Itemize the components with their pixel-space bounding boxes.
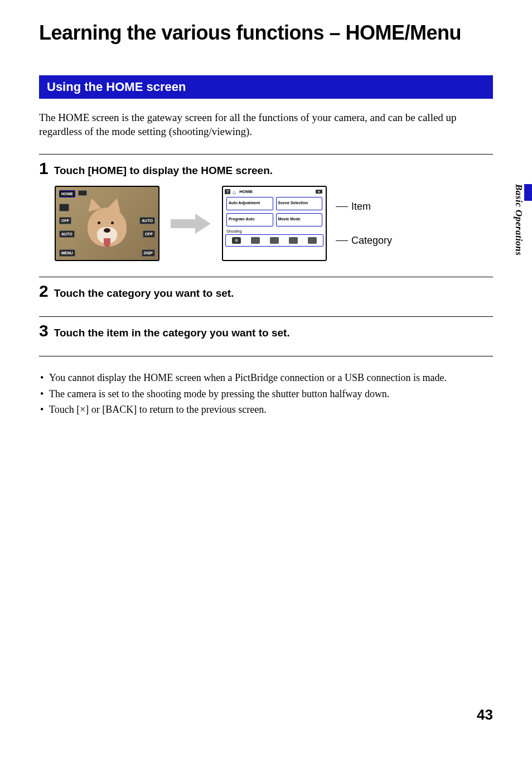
side-tab-marker xyxy=(524,184,532,201)
step-text: Touch the item in the category you want … xyxy=(54,327,290,339)
category-view-icon[interactable] xyxy=(251,237,260,244)
page-number: 43 xyxy=(477,706,493,724)
page-container: Learning the various functions – HOME/Me… xyxy=(0,0,532,757)
home-item-scene-selection[interactable]: Scene Selection xyxy=(276,197,323,210)
step-1: 1 Touch [HOME] to display the HOME scree… xyxy=(39,154,493,261)
camera-auto-indicator[interactable]: AUTO xyxy=(59,230,75,238)
step-number: 1 xyxy=(39,159,49,178)
memory-icon xyxy=(59,204,69,211)
notes-list: You cannot display the HOME screen when … xyxy=(39,371,493,416)
camera-menu-button[interactable]: MENU xyxy=(59,249,75,257)
help-button[interactable]: ? xyxy=(225,189,230,194)
arrow-right-icon xyxy=(171,214,211,234)
step-text: Touch the category you want to set. xyxy=(54,287,234,300)
battery-icon xyxy=(78,190,87,196)
camera-disp-button[interactable]: DISP xyxy=(142,249,155,257)
note-item: The camera is set to the shooting mode b… xyxy=(39,387,493,401)
category-manage-icon[interactable] xyxy=(289,237,298,244)
step-text: Touch [HOME] to display the HOME screen. xyxy=(54,165,273,177)
home-menu-screen: ? HOME × Auto Adjustment Scene Selection… xyxy=(222,186,327,261)
step-3: 3 Touch the item in the category you wan… xyxy=(39,316,493,356)
step-2: 2 Touch the category you want to set. xyxy=(39,277,493,301)
category-print-icon[interactable] xyxy=(270,237,279,244)
step-number: 2 xyxy=(39,282,49,301)
side-tab-label: Basic Operations xyxy=(513,184,524,255)
note-item: You cannot display the HOME screen when … xyxy=(39,371,493,384)
callout-item: Item xyxy=(351,201,371,213)
camera-home-button[interactable]: HOME xyxy=(59,190,75,197)
category-settings-icon[interactable] xyxy=(308,237,317,244)
home-screen-title: HOME xyxy=(239,189,253,194)
camera-flash-indicator[interactable]: AUTO xyxy=(139,217,155,224)
dog-illustration xyxy=(76,199,138,255)
home-category-row xyxy=(225,234,323,247)
intro-paragraph: The HOME screen is the gateway screen fo… xyxy=(39,111,493,138)
step-number: 3 xyxy=(39,321,49,340)
side-tab: Basic Operations xyxy=(518,184,532,279)
callout-category: Category xyxy=(351,235,392,247)
home-item-program-auto[interactable]: Program Auto xyxy=(226,213,273,226)
category-shooting-icon[interactable] xyxy=(232,237,241,244)
step1-diagram: HOME OFF AUTO AUTO OFF MENU DISP ? HOME xyxy=(55,186,493,261)
home-category-label: Shooting xyxy=(223,229,326,233)
camera-preview-screen: HOME OFF AUTO AUTO OFF MENU DISP xyxy=(55,186,159,261)
home-item-auto-adjustment[interactable]: Auto Adjustment xyxy=(226,197,273,210)
section-heading: Using the HOME screen xyxy=(39,75,493,99)
callout-column: Item Category xyxy=(336,201,392,247)
home-item-movie-mode[interactable]: Movie Mode xyxy=(276,213,323,226)
note-item: Touch [×] or [BACK] to return to the pre… xyxy=(39,403,493,416)
home-icon xyxy=(233,186,236,196)
camera-off-indicator[interactable]: OFF xyxy=(59,217,71,224)
close-button[interactable]: × xyxy=(316,190,322,194)
camera-timer-indicator[interactable]: OFF xyxy=(143,230,155,238)
page-title: Learning the various functions – HOME/Me… xyxy=(39,21,493,45)
